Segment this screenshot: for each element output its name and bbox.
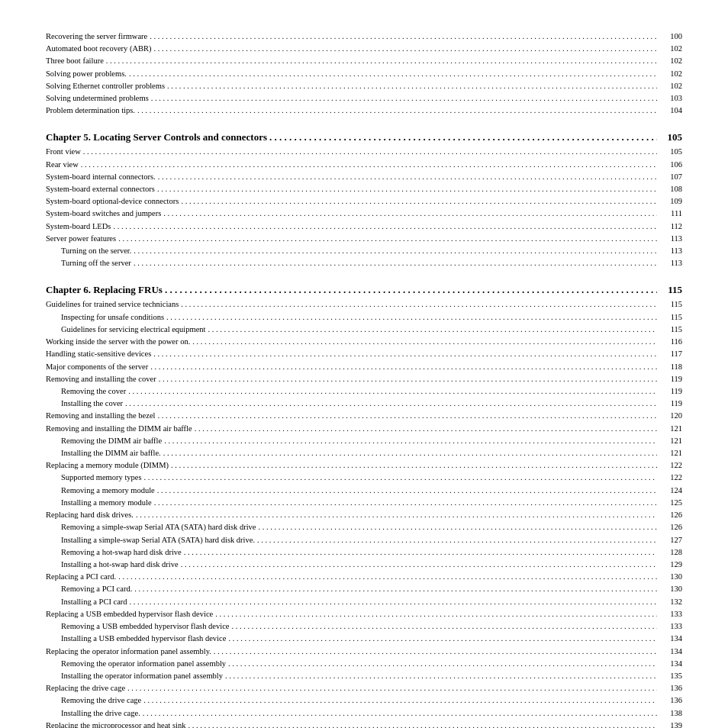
- toc-item: Server power features113: [46, 233, 682, 244]
- toc-item: Removing a USB embedded hypervisor flash…: [46, 620, 682, 632]
- toc-item-label: Server power features: [46, 233, 116, 244]
- toc-item: Removing a memory module124: [46, 485, 682, 496]
- toc-item-label: Removing the DIMM air baffle: [61, 435, 162, 446]
- toc-page-number: 121: [659, 435, 682, 446]
- toc-item-label: System-board internal connectors.: [46, 171, 156, 182]
- toc-item: Removing a PCI card.130: [46, 583, 682, 594]
- toc-page-number: 102: [659, 55, 682, 66]
- toc-page-number: 122: [659, 459, 682, 471]
- toc-item: Supported memory types122: [46, 472, 682, 483]
- toc-item-label: Solving Ethernet controller problems: [46, 80, 165, 92]
- toc-page-number: 117: [659, 348, 682, 359]
- toc-page-number: 112: [659, 221, 682, 232]
- toc-dots: [106, 55, 657, 66]
- toc-item: Removing the cover119: [46, 385, 682, 397]
- toc-page-number: 136: [659, 694, 682, 706]
- toc-item: System-board external connectors108: [46, 183, 682, 195]
- toc-item: Replacing the operator information panel…: [46, 646, 682, 657]
- toc-item-label: Installing a memory module: [61, 497, 152, 508]
- toc-page-number: 113: [659, 245, 682, 256]
- toc-dots: [154, 497, 657, 508]
- toc-item: Removing and installing the DIMM air baf…: [46, 423, 682, 434]
- toc-dots: [130, 596, 657, 607]
- toc-item-label: Installing the operator information pane…: [61, 670, 223, 681]
- toc-page-number: 132: [659, 596, 682, 607]
- toc-item: Replacing hard disk drives.126: [46, 509, 682, 520]
- toc-item-label: Front view: [46, 146, 81, 157]
- toc-item: Working inside the server with the power…: [46, 336, 682, 347]
- toc-item: Automated boot recovery (ABR)102: [46, 43, 682, 54]
- toc-page-number: 130: [659, 583, 682, 594]
- toc-page-number: 139: [659, 720, 682, 728]
- toc-item: Removing the drive cage136: [46, 694, 682, 706]
- toc-dots: [259, 521, 657, 533]
- toc-item-label: Rear view: [46, 159, 79, 170]
- toc-dots: [157, 485, 657, 496]
- toc-item-label: Major components of the server: [46, 361, 148, 372]
- toc-page-number: 122: [659, 472, 682, 483]
- toc-dots: [166, 311, 657, 323]
- toc-item: Removing and installing the cover119: [46, 373, 682, 385]
- toc-page-number: 125: [659, 497, 682, 508]
- toc-item: Front view105: [46, 146, 682, 157]
- toc-item: Removing and installing the bezel120: [46, 410, 682, 421]
- toc-item-label: Replacing a memory module (DIMM): [46, 459, 169, 471]
- toc-page-number: 105: [659, 130, 682, 145]
- toc-item-label: Removing a PCI card.: [61, 583, 132, 594]
- toc-item: Replacing the drive cage136: [46, 682, 682, 694]
- toc-item: Installing a PCI card132: [46, 596, 682, 607]
- toc-dots: [118, 571, 657, 582]
- toc-item-label: Replacing a USB embedded hypervisor flas…: [46, 608, 213, 620]
- toc-page-number: 108: [659, 183, 682, 195]
- toc-page-number: 107: [659, 171, 682, 182]
- toc-item: Removing a simple-swap Serial ATA (SATA)…: [46, 521, 682, 533]
- toc-dots: [163, 447, 657, 459]
- toc-dots: [150, 31, 657, 42]
- toc-item: Recovering the server firmware100: [46, 31, 682, 42]
- toc-page-number: 113: [659, 257, 682, 269]
- toc-item: Turning off the server113: [46, 257, 682, 269]
- toc-page-number: 128: [659, 546, 682, 558]
- toc-page-number: 119: [659, 398, 682, 409]
- toc-page-number: 100: [659, 31, 682, 42]
- toc-item-label: Replacing the drive cage: [46, 682, 125, 694]
- toc-item: Inspecting for unsafe conditions115: [46, 311, 682, 323]
- toc-item-label: Inspecting for unsafe conditions: [61, 311, 164, 323]
- toc-page-number: 129: [659, 559, 682, 570]
- toc-dots: [159, 373, 657, 385]
- toc-dots: [143, 707, 657, 719]
- toc-page-number: 134: [659, 646, 682, 657]
- toc-item-label: Removing the operator information panel …: [61, 658, 226, 669]
- toc-dots: [269, 130, 657, 145]
- toc-item-label: Removing and installing the bezel: [46, 410, 155, 421]
- toc-item: Solving power problems.102: [46, 68, 682, 79]
- toc-item-label: Removing and installing the cover: [46, 373, 156, 385]
- toc-dots: [125, 398, 657, 409]
- toc-item-label: Installing a PCI card: [61, 596, 127, 607]
- toc-page-number: 116: [659, 336, 682, 347]
- toc-dots: [134, 257, 657, 269]
- toc-item-label: Removing a memory module: [61, 485, 155, 496]
- toc-item: Installing the DIMM air baffle.121: [46, 447, 682, 459]
- toc-item: System-board LEDs112: [46, 221, 682, 232]
- toc-dots: [150, 361, 657, 372]
- toc-item-label: Removing a hot-swap hard disk drive: [61, 546, 182, 558]
- toc-page-number: 102: [659, 43, 682, 54]
- toc-item: Removing the operator information panel …: [46, 658, 682, 669]
- toc-item-label: Recovering the server firmware: [46, 31, 147, 42]
- toc-item-label: Guidelines for servicing electrical equi…: [61, 324, 206, 335]
- toc-page-number: 115: [659, 311, 682, 323]
- toc-dots: [214, 646, 657, 657]
- toc-page-number: 120: [659, 410, 682, 421]
- toc-dots: [157, 183, 657, 195]
- toc-item-label: Installing a hot-swap hard disk drive: [61, 559, 179, 570]
- toc-item-label: Replacing a PCI card.: [46, 571, 116, 582]
- toc-page-number: 134: [659, 658, 682, 669]
- toc-item: Replacing the microprocessor and heat si…: [46, 720, 682, 728]
- toc-dots: [231, 620, 657, 632]
- toc-page-number: 127: [659, 534, 682, 546]
- toc-item-label: Guidelines for trained service technicia…: [46, 298, 179, 310]
- toc-page-number: 134: [659, 633, 682, 644]
- toc-dots: [134, 583, 657, 594]
- toc-dots: [113, 221, 657, 232]
